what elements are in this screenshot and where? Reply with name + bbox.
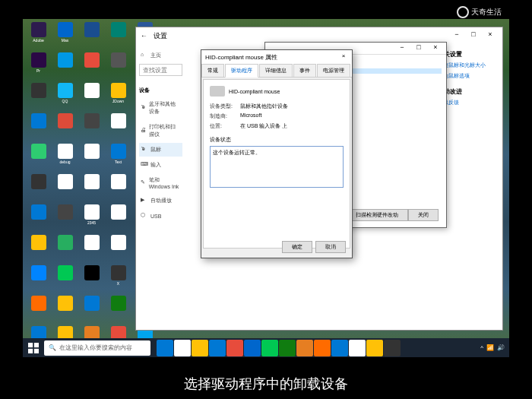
desktop-icon[interactable]	[52, 52, 78, 81]
desktop-icon[interactable]	[79, 235, 104, 264]
desktop-icon[interactable]	[106, 22, 131, 51]
tray-up-icon[interactable]: ^	[480, 344, 483, 351]
desktop-icon[interactable]	[79, 174, 104, 203]
desktop-icon[interactable]	[79, 22, 104, 51]
desktop-icon[interactable]	[79, 83, 104, 112]
props-tab[interactable]: 常规	[201, 64, 224, 77]
taskbar-app[interactable]	[349, 340, 366, 356]
ok-button[interactable]: 确定	[282, 241, 312, 253]
desktop-icon[interactable]	[106, 296, 131, 325]
taskbar-app[interactable]	[174, 340, 191, 356]
desktop-icon[interactable]: Pr	[26, 52, 51, 81]
maximize-button[interactable]: □	[466, 30, 481, 41]
dm-scan-button[interactable]: 扫描检测硬件改动	[346, 209, 408, 221]
desktop-icon[interactable]	[79, 52, 104, 81]
props-row: 设备类型:鼠标和其他指针设备	[210, 103, 344, 110]
props-tab[interactable]: 驱动程序	[225, 64, 258, 78]
desktop-icon[interactable]	[26, 144, 51, 173]
tray-volume-icon[interactable]: 🔊	[497, 344, 505, 351]
desktop-icon[interactable]	[52, 174, 78, 203]
desktop-icon[interactable]	[79, 296, 104, 325]
dm-close-button[interactable]: 关闭	[408, 209, 439, 221]
desktop-icon[interactable]	[106, 204, 131, 233]
desktop-icon[interactable]	[26, 265, 51, 294]
desktop-icon[interactable]	[52, 265, 78, 294]
cancel-button[interactable]: 取消	[315, 241, 346, 253]
taskbar-app[interactable]	[157, 340, 173, 356]
caption: 选择驱动程序中的卸载设备	[0, 375, 532, 393]
taskbar-app[interactable]	[209, 340, 226, 356]
taskbar-app[interactable]	[314, 340, 331, 356]
nav-label: 蓝牙和其他设备	[149, 100, 181, 116]
desktop-icon[interactable]	[52, 204, 78, 233]
desktop-icon[interactable]	[26, 174, 51, 203]
home-icon: ⌂	[141, 52, 148, 59]
nav-item[interactable]: ⬡USB	[139, 209, 182, 223]
nav-section: 设备	[139, 87, 182, 94]
taskbar-app[interactable]	[331, 340, 348, 356]
nav-label: 输入	[150, 161, 161, 169]
desktop-icon[interactable]: X	[106, 265, 131, 294]
desktop-icon[interactable]: Text	[106, 144, 131, 173]
minimize-button[interactable]: −	[449, 30, 464, 41]
nav-label: 打印机和扫描仪	[149, 123, 181, 138]
taskbar-app[interactable]	[384, 340, 401, 356]
nav-home[interactable]: ⌂ 主页	[139, 49, 182, 62]
desktop-icon[interactable]	[79, 144, 104, 173]
desktop-icon[interactable]	[106, 52, 131, 81]
desktop-icon[interactable]	[106, 113, 131, 142]
desktop-icon[interactable]	[26, 296, 51, 325]
nav-item[interactable]: ⌨输入	[139, 158, 182, 172]
settings-search[interactable]	[139, 64, 182, 76]
svg-rect-0	[28, 343, 33, 347]
desktop-icon[interactable]	[52, 235, 78, 264]
desktop-icon[interactable]: JDown	[106, 83, 131, 112]
nav-item[interactable]: 🖱鼠标	[139, 143, 182, 157]
props-close[interactable]: ×	[339, 52, 348, 62]
desktop-icon[interactable]	[79, 265, 104, 294]
desktop-icon[interactable]: QQ	[52, 83, 78, 112]
taskbar-search[interactable]: 🔍 在这里输入你要搜索的内容	[44, 340, 150, 356]
nav-icon: 🖱	[141, 146, 148, 154]
props-status-text	[210, 146, 344, 188]
taskbar-app[interactable]	[261, 340, 278, 356]
desktop-icon[interactable]	[26, 83, 51, 112]
taskbar-app[interactable]	[226, 340, 243, 356]
close-button[interactable]: ×	[483, 30, 498, 41]
taskbar-app[interactable]	[279, 340, 296, 356]
taskbar-app[interactable]	[366, 340, 383, 356]
props-body: HID-compliant mouse 设备类型:鼠标和其他指针设备制造商:Mi…	[203, 79, 350, 249]
taskbar-app[interactable]	[244, 340, 261, 356]
nav-item[interactable]: ✎笔和 Windows Ink	[139, 173, 182, 192]
nav-item[interactable]: ▶自动播放	[139, 194, 182, 207]
props-tab[interactable]: 电源管理	[317, 64, 350, 77]
desktop-icon[interactable]: debug	[52, 144, 78, 173]
nav-item[interactable]: 🖨打印机和扫描仪	[139, 120, 182, 141]
desktop-icon[interactable]	[52, 113, 78, 142]
dm-maximize[interactable]: □	[411, 43, 426, 54]
desktop-icon[interactable]: Adobe	[26, 22, 51, 51]
desktop-icon[interactable]	[106, 235, 131, 264]
nav-label: 鼠标	[150, 146, 161, 154]
props-title-text: HID-compliant mouse 属性	[205, 53, 277, 62]
tray-network-icon[interactable]: 📶	[486, 344, 494, 351]
desktop-icon[interactable]	[52, 296, 78, 325]
nav-item[interactable]: 🖱蓝牙和其他设备	[139, 97, 182, 119]
taskbar-app[interactable]	[192, 340, 208, 356]
dm-close[interactable]: ×	[428, 43, 443, 54]
system-tray[interactable]: ^ 📶 🔊	[480, 344, 508, 351]
dm-minimize[interactable]: −	[394, 43, 410, 54]
desktop-icon[interactable]	[26, 113, 51, 142]
desktop-icon[interactable]	[26, 235, 51, 264]
back-button[interactable]: ←	[141, 32, 147, 40]
props-tab[interactable]: 详细信息	[259, 64, 293, 77]
desktop-icon[interactable]	[79, 113, 104, 142]
props-tab[interactable]: 事件	[293, 64, 316, 77]
desktop-icon[interactable]	[26, 204, 51, 233]
desktop-icon[interactable]	[106, 174, 131, 203]
desktop-icon[interactable]: Max	[52, 22, 78, 51]
desktop-icon[interactable]: 2345	[79, 204, 104, 233]
start-button[interactable]	[24, 339, 43, 357]
search-icon: 🔍	[49, 344, 56, 351]
taskbar-app[interactable]	[296, 340, 313, 356]
